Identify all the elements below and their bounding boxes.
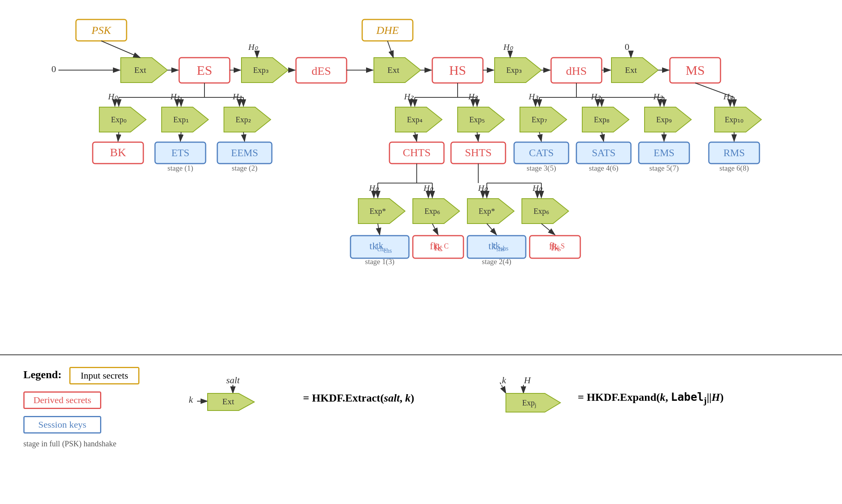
svg-text:Expj: Expj [522,398,536,408]
legend-left: Legend: Input secrets Derived secrets Se… [23,367,139,448]
ext2-label: Ext [388,65,400,75]
exp3-1-label: Exp₃ [253,66,269,75]
legend-extract-formula: salt k Ext = HKDF.Extract(salt, k) [186,375,414,421]
exp-star-2-label: Exp* [479,207,495,216]
legend-note: stage in full (PSK) handshake [23,439,139,448]
legend-section: Legend: Input secrets Derived secrets Se… [0,354,842,460]
tls-key-schedule-svg: PSK 0 Ext ES H₀ Exp₃ dES DHE Ext HS H₀ E… [0,0,842,351]
legend-session-keys: Session keys [23,416,101,434]
exp2-to-eems-arrow [243,132,245,141]
fkc-sub: C [444,242,449,250]
h0-label-2: H₀ [503,42,514,52]
legend-derived-secrets: Derived secrets [23,391,101,409]
expand-eq: = HKDF.Expand(k, Labelj||H) [578,391,724,406]
h1-exp1: H₁ [170,92,180,101]
ms-branch-v [695,83,734,97]
exp3-2-label: Exp₃ [506,66,522,75]
es-label: ES [197,63,212,78]
cats-label: CATS [529,147,554,159]
legend-input-secrets: Input secrets [69,367,139,384]
zero-label-1: 0 [51,64,56,74]
eems-stage: stage (2) [232,164,257,173]
dhe-label: DHE [376,24,399,36]
h0-exp0: H₀ [108,92,118,101]
psk-label: PSK [91,24,111,36]
psk-to-ext1-arrow [101,41,140,58]
rms-label: RMS [724,147,745,159]
dhs-label: dHS [566,64,587,77]
exp9-label: Exp₉ [656,115,672,124]
exp-star-1-label: Exp* [370,207,386,216]
svg-text:salt: salt [226,375,240,385]
h3-exp8: H₃ [591,92,601,101]
expstar-2-to-tkshs-arrow [487,224,497,235]
exp8-label: Exp₈ [594,115,609,124]
ets-label: ETS [171,147,189,159]
zero-label-2: 0 [625,42,629,52]
hs-label: HS [449,63,466,78]
exp8-to-sats-arrow [602,132,604,141]
fks-sub: S [561,242,565,250]
svg-text:Ext: Ext [222,397,234,406]
exp0-label: Exp₀ [111,115,127,124]
exp6-1-label: Exp₆ [425,207,440,216]
expstar-1-to-tkchs-arrow [378,224,380,235]
sats-stage: stage 4(6) [589,164,618,173]
h3-exp9: H₃ [653,92,664,101]
exp2-label: Exp₂ [236,115,251,124]
tkshs-stage: stage 2(4) [482,257,511,266]
diagram-container: PSK 0 Ext ES H₀ Exp₃ dES DHE Ext HS H₀ E… [0,0,842,351]
sats-label: SATS [592,147,616,159]
h2-exp4: H₂ [404,92,414,101]
exp1-to-ets-arrow [180,132,181,141]
svg-text:k: k [189,395,193,405]
exp4-label: Exp₄ [407,115,423,124]
h0-label-1: H₀ [248,42,259,52]
exp4-to-chts-arrow [415,132,417,141]
des-label: dES [312,64,331,77]
exp0-to-bk-arrow [118,132,119,141]
exp10-label: Exp₁₀ [725,115,743,124]
legend-title: Legend: [23,368,62,381]
exp6-2-label: Exp₆ [534,207,549,216]
exp7-to-cats-arrow [539,132,541,141]
exp5-label: Exp₅ [469,115,485,124]
exp6-2-to-fks-arrow [541,224,555,235]
expand-formula-svg: k H Expj [484,375,570,421]
h3-exp7: H₃ [528,92,539,101]
ems-label: EMS [654,147,674,159]
extract-eq: = HKDF.Extract(salt, k) [303,392,414,404]
shts-label: SHTS [465,146,491,159]
ems-stage: stage 5(7) [649,164,678,173]
exp1-label: Exp₁ [173,115,189,124]
eems-label: EEMS [231,147,258,159]
bk-label: BK [110,146,126,159]
exp5-to-shts-arrow [477,132,478,141]
fks-text: fkS [549,240,561,253]
exp7-label: Exp₇ [532,115,547,124]
chts-label: CHTS [403,146,431,159]
dhe-to-ext2-arrow [388,41,393,58]
legend-expand-formula: k H Expj = HKDF.Expand(k, Labelj||H) [484,375,724,421]
ets-stage: stage (1) [167,164,193,173]
svg-text:H: H [523,375,531,385]
rms-stage: stage 6(8) [719,164,749,173]
svg-text:k: k [502,375,506,385]
extract-formula-svg: salt k Ext [186,375,295,421]
ms-label: MS [685,63,705,78]
cats-stage: stage 3(5) [527,164,556,173]
h1-exp2: H₁ [233,92,243,101]
tkchs-stage: stage 1(3) [365,257,394,266]
ext3-label: Ext [625,65,637,75]
ext1-label: Ext [134,65,146,75]
exp6-1-to-fkc-arrow [432,224,438,235]
